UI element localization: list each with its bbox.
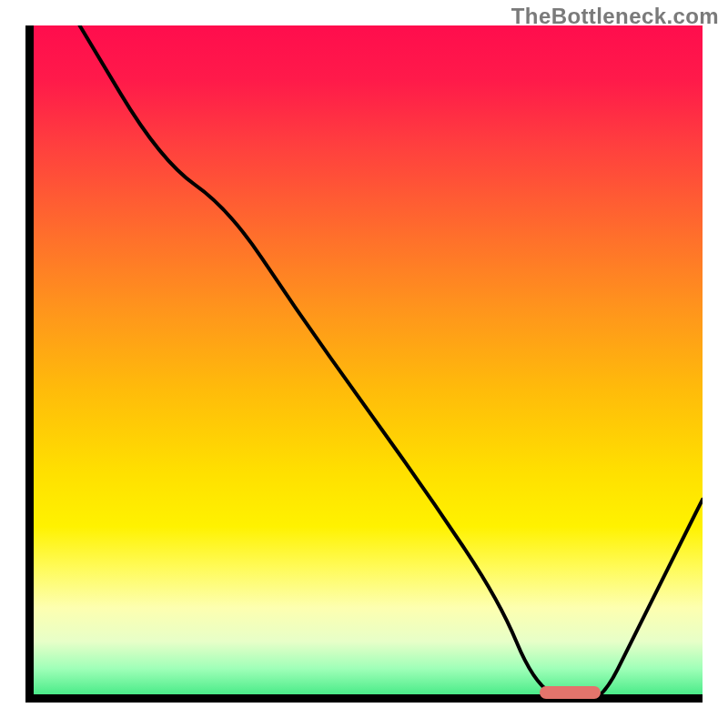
plot-area bbox=[25, 25, 703, 703]
watermark-text: TheBottleneck.com bbox=[511, 4, 719, 29]
bottleneck-curve-path bbox=[80, 25, 703, 703]
curve-svg bbox=[25, 25, 703, 703]
optimal-range-marker bbox=[540, 686, 601, 699]
bottleneck-chart: TheBottleneck.com bbox=[0, 0, 728, 728]
